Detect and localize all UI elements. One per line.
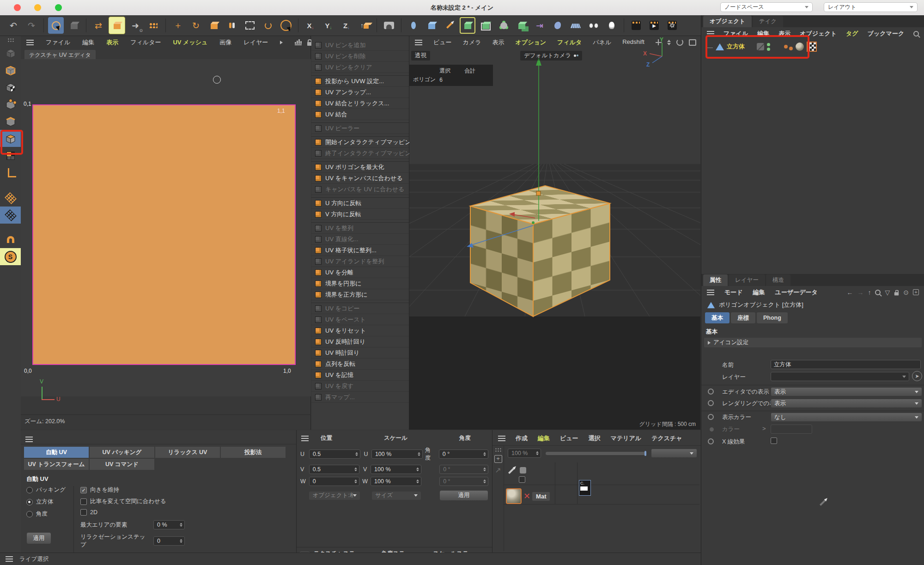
polygon-extrude-icon[interactable] (478, 17, 493, 34)
material-tag-icon[interactable] (796, 43, 804, 51)
menu-item[interactable]: 画像 (219, 38, 231, 47)
type-tab[interactable]: 基本 (705, 312, 729, 323)
icon-settings-row[interactable]: アイコン設定 (704, 338, 922, 347)
radio-packing[interactable]: パッキング (26, 486, 67, 494)
uv-command-item[interactable]: UV 反時計回り (311, 336, 409, 347)
mirror-tool-icon[interactable]: ⇄ (91, 17, 106, 34)
menu-item[interactable]: 選択 (589, 434, 601, 443)
object-axis-mode-icon[interactable] (0, 164, 21, 181)
binary-toggle-icon[interactable] (224, 17, 240, 34)
scale-v-stepper[interactable]: 100 % (371, 465, 421, 474)
menu-item[interactable]: フィルタ (557, 38, 582, 47)
object-row-cube[interactable]: 立方体 (701, 40, 924, 54)
menu-item[interactable]: 作成 (516, 434, 528, 443)
target-icon[interactable]: ⊙ (903, 289, 909, 296)
menu-item[interactable]: ブックマーク (868, 30, 905, 38)
uv-tool-tab[interactable]: 自動 UV (24, 446, 89, 458)
apply-button[interactable]: 適用 (26, 532, 51, 544)
type-tab[interactable]: 座標 (731, 312, 755, 323)
menu-item[interactable]: オプション (516, 38, 547, 47)
menu-item[interactable]: タグ (846, 30, 858, 38)
menu-overflow-icon[interactable] (280, 41, 283, 44)
uv-command-item[interactable]: 終了インタラクティブマッピング (311, 148, 409, 159)
uv-command-item[interactable]: UV ピーラー (311, 122, 409, 134)
uv-command-item[interactable]: UV 結合 (311, 109, 409, 120)
menu-item[interactable]: ユーザーデータ (775, 288, 818, 297)
camera-label[interactable]: デフォルトカメラ (520, 51, 582, 61)
uv-polygon-area[interactable] (32, 104, 296, 365)
move-texture-icon[interactable]: ➜⊙ (128, 17, 143, 34)
search-icon[interactable] (913, 31, 919, 36)
visibility-dots-icon[interactable] (767, 43, 770, 51)
menu-icon[interactable] (707, 292, 714, 293)
uv-command-item[interactable]: UV アンラップ... (311, 87, 409, 98)
uv-command-item[interactable]: U 方向に反転 (311, 197, 409, 209)
uv-transform-tool-icon[interactable] (109, 17, 125, 34)
uv-command-item[interactable]: UV をコピー (311, 303, 409, 314)
menu-item[interactable]: ファイル (46, 38, 70, 47)
uv-command-item[interactable]: 開始インタラクティブマッピング (311, 136, 409, 148)
uv-command-item[interactable]: UV ピンを追加 (311, 40, 409, 51)
phong-tag-icon[interactable] (784, 43, 793, 50)
menu-item[interactable]: カメラ (463, 38, 481, 47)
pin-object-icon[interactable] (406, 17, 421, 34)
menu-icon[interactable] (415, 42, 422, 43)
menu-item[interactable]: ビュー (433, 38, 452, 47)
render-view-icon[interactable] (628, 17, 644, 34)
live-selection-icon[interactable] (48, 17, 64, 34)
uvw-tag-icon[interactable] (807, 42, 817, 52)
expand-arrow-icon[interactable]: > (762, 425, 766, 432)
layer-swatch-icon[interactable] (520, 467, 526, 474)
uv-command-item[interactable]: UV を分離 (311, 267, 409, 278)
menu-item[interactable]: オブジェクト (800, 30, 837, 38)
polygon-mode-icon[interactable] (0, 130, 21, 147)
dots-grid-icon[interactable] (146, 17, 161, 34)
angle-stepper[interactable]: 0 ° (439, 450, 488, 459)
redo-icon[interactable]: ↷ (24, 17, 39, 34)
name-field[interactable]: 立方体 (771, 360, 921, 369)
checkbox-keep-orientation[interactable]: ✓向きを維持 (80, 486, 185, 494)
menu-item[interactable]: 編集 (757, 30, 769, 38)
pen-tool-icon[interactable] (442, 17, 457, 34)
uv-command-item[interactable]: UV 結合とリラックス... (311, 98, 409, 109)
array-tool-icon[interactable]: ⇥ (532, 17, 547, 34)
workplane-icon[interactable] (568, 17, 584, 34)
lock-workplane-icon[interactable] (0, 207, 21, 224)
tab[interactable]: 構造 (766, 274, 790, 286)
uv-command-item[interactable]: UV をリセット (311, 325, 409, 336)
viewport-layout-icon[interactable] (381, 17, 397, 34)
menu-icon[interactable] (6, 559, 13, 559)
type-tab[interactable]: Phong (757, 312, 788, 323)
edit-cage-icon[interactable] (460, 17, 475, 34)
menu-item[interactable]: 編集 (753, 288, 765, 297)
pos-w-stepper[interactable]: 0 (309, 477, 360, 486)
uv-command-item[interactable]: UV を整列 (311, 222, 409, 234)
pick-object-icon[interactable]: ➤ (912, 371, 922, 381)
display-color-dropdown[interactable]: なし (771, 413, 922, 422)
menu-item[interactable]: Redshift (622, 38, 644, 47)
menu-icon[interactable] (26, 42, 34, 43)
radio-angle[interactable]: 角度 (26, 510, 67, 518)
marquee-select-icon[interactable] (242, 17, 258, 34)
model-tool-icon[interactable] (66, 17, 82, 34)
keyframe-ring-icon[interactable] (708, 414, 714, 420)
pan-icon[interactable] (656, 39, 662, 45)
max-area-stepper[interactable]: 0 % (153, 520, 185, 529)
paint-layer-icon[interactable] (508, 468, 515, 474)
menu-item[interactable]: モード (724, 288, 743, 297)
menu-item[interactable]: 表示 (492, 38, 505, 47)
material-zoom-stepper[interactable]: 100 % (508, 449, 541, 458)
search-icon[interactable] (875, 290, 881, 295)
menu-item[interactable]: 編集 (538, 434, 550, 443)
menu-item[interactable]: フィルター (130, 38, 161, 47)
menu-item[interactable]: テクスチャ (651, 434, 682, 443)
tab[interactable]: レイヤー (729, 274, 765, 286)
uv-command-item[interactable]: 点列を反転 (311, 358, 409, 370)
menu-item[interactable]: UV メッシュ (173, 38, 207, 47)
texture-mode-icon[interactable] (0, 79, 21, 96)
back-icon[interactable]: ← (846, 289, 853, 296)
orbit-icon[interactable] (676, 39, 683, 46)
rotate-tool-icon[interactable]: ↻ (188, 17, 204, 34)
menu-item[interactable]: 表示 (106, 38, 118, 47)
add-icon[interactable]: ＋ (170, 17, 186, 34)
